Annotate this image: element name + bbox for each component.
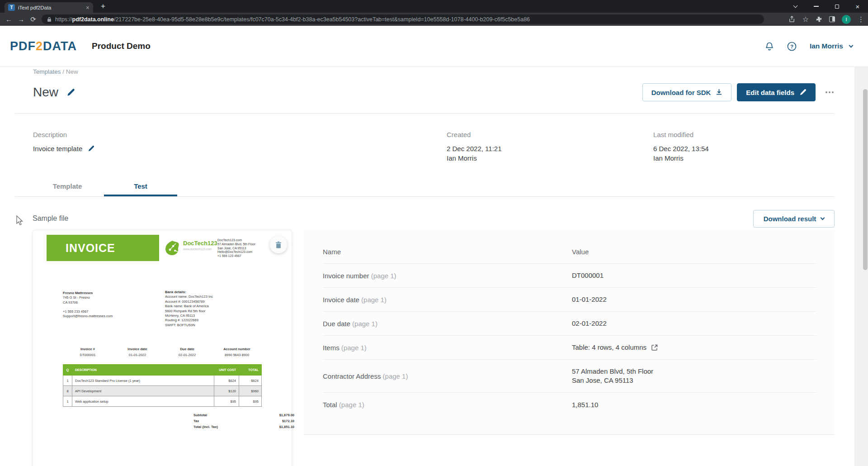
notifications-bell-icon[interactable] [764, 41, 774, 51]
bookmark-star-icon[interactable]: ☆ [802, 15, 809, 24]
pdf2data-logo[interactable]: PDF2DATA [10, 39, 77, 53]
lock-icon [47, 17, 52, 22]
download-for-sdk-button[interactable]: Download for SDK [642, 83, 732, 101]
created-label: Created [447, 131, 653, 138]
browser-tab[interactable]: T iText pdf2Data × [5, 2, 93, 13]
result-row-items: Items (page 1) Table: 4 rows, 4 columns [323, 336, 816, 360]
created-by: Ian Morris [447, 153, 653, 163]
description-value: Invoice template [33, 144, 82, 153]
results-name-header: Name [323, 248, 572, 256]
scrollbar-thumb[interactable] [863, 89, 868, 270]
sample-file-preview[interactable]: INVOICE DocTech123 www.doctech123.com Do… [33, 230, 292, 466]
invoice-bank-block: Bank details: Account name: DocTech123 I… [165, 290, 213, 328]
new-tab-button[interactable]: + [99, 2, 108, 11]
doctech-logo-site: www.doctech123.com [183, 247, 217, 251]
chevron-down-icon [821, 215, 825, 220]
invoice-items-table: Q DESCRIPTION UNIT COST TOTAL 1DocTech12… [63, 364, 262, 407]
url-text: https://pdf2data.online/217227be-25e8-40… [55, 16, 530, 23]
maximize-button[interactable] [826, 0, 847, 13]
close-window-button[interactable]: × [847, 0, 868, 13]
invoice-contractor-address: DocTech123.com 57 Almaden Blvd, 5th Floo… [217, 238, 255, 258]
address-bar[interactable]: https://pdf2data.online/217227be-25e8-40… [42, 14, 764, 24]
share-icon[interactable] [789, 16, 796, 23]
browser-toolbar: ← → ⟳ https://pdf2data.online/217227be-2… [0, 13, 868, 26]
tab-close-icon[interactable]: × [86, 5, 90, 11]
forward-icon[interactable]: → [15, 15, 27, 23]
breadcrumb-templates-link[interactable]: Templates [33, 68, 61, 75]
invoice-client-block: Fresno Mattresses 745 G St - Fresno CA 9… [63, 291, 113, 319]
app-header: PDF2DATA Product Demo ? Ian Morris [0, 26, 868, 67]
modified-by: Ian Morris [653, 153, 835, 163]
chevron-down-icon [849, 43, 854, 48]
page-title: New [33, 85, 58, 100]
result-row-total: Total (page 1) 1,851.10 [323, 393, 816, 417]
trash-icon [275, 241, 282, 249]
tab-test[interactable]: Test [104, 174, 177, 196]
result-row-invoice-date: Invoice date (page 1) 01-01-2022 [323, 288, 816, 312]
edit-title-icon[interactable] [66, 88, 75, 97]
result-row-contractor-address: Contractor Address (page 1) 57 Almaden B… [323, 360, 816, 393]
more-actions-button[interactable] [825, 89, 835, 96]
window-controls: × [785, 0, 868, 13]
extensions-icon[interactable] [816, 16, 822, 23]
download-result-button[interactable]: Download result [753, 210, 835, 228]
itext-favicon: T [8, 4, 15, 11]
minimize-button[interactable] [806, 0, 826, 13]
result-row-invoice-number: Invoice number (page 1) DT000001 [323, 264, 816, 288]
breadcrumb: Templates / New [15, 67, 835, 75]
results-value-header: Value [572, 248, 589, 256]
doctech-logo-name: DocTech123 [183, 240, 217, 247]
delete-sample-button[interactable] [270, 236, 287, 253]
table-row: 8API Development $120$960 [63, 386, 262, 396]
edit-data-fields-button[interactable]: Edit data fields [737, 83, 816, 101]
browser-tab-strip: T iText pdf2Data × + × [0, 0, 868, 13]
pencil-icon [799, 89, 807, 96]
doctech-logo-icon [164, 240, 180, 256]
tab-title: iText pdf2Data [18, 5, 86, 10]
invoice-totals: Subtotal$1,679.00 Tax$172.10 Total (incl… [193, 412, 294, 430]
tab-search-icon[interactable] [785, 0, 806, 13]
description-label: Description [33, 131, 447, 138]
table-row: 1DocTech123 Standard Pro License (1 year… [63, 376, 262, 386]
page-scrollbar[interactable] [854, 67, 868, 466]
profile-avatar[interactable]: I [842, 15, 851, 24]
invoice-banner: INVOICE [47, 235, 159, 261]
svg-text:?: ? [790, 43, 793, 49]
tab-template[interactable]: Template [31, 174, 104, 196]
table-row: 1Web application setup $95$95 [63, 396, 262, 407]
sample-file-label: Sample file [33, 214, 68, 223]
modified-date: 6 Dec 2022, 13:54 [653, 144, 835, 153]
side-panel-icon[interactable] [829, 16, 835, 22]
breadcrumb-current: New [66, 68, 78, 75]
back-icon[interactable]: ← [3, 15, 15, 23]
user-name: Ian Morris [810, 42, 843, 50]
extraction-results-panel: Name Value Invoice number (page 1) DT000… [304, 230, 835, 435]
edit-description-icon[interactable] [88, 145, 94, 152]
invoice-info-row: Invoice #DT000001 Invoice date01-01-2022… [63, 347, 262, 357]
result-row-due-date: Due date (page 1) 02-01-2022 [323, 312, 816, 336]
open-table-icon[interactable] [651, 344, 658, 351]
template-meta: Description Invoice template Created 2 D… [15, 114, 835, 163]
tab-bar: Template Test [15, 174, 835, 197]
created-date: 2 Dec 2022, 11:21 [447, 144, 653, 153]
browser-menu-icon[interactable]: ⋮ [858, 15, 864, 24]
app-title: Product Demo [92, 41, 151, 51]
doctech-logo: DocTech123 www.doctech123.com [164, 240, 217, 256]
help-icon[interactable]: ? [787, 41, 797, 51]
download-icon [716, 89, 722, 96]
user-menu[interactable]: Ian Morris [810, 42, 853, 50]
reload-icon[interactable]: ⟳ [27, 15, 39, 24]
modified-label: Last modified [653, 131, 835, 138]
